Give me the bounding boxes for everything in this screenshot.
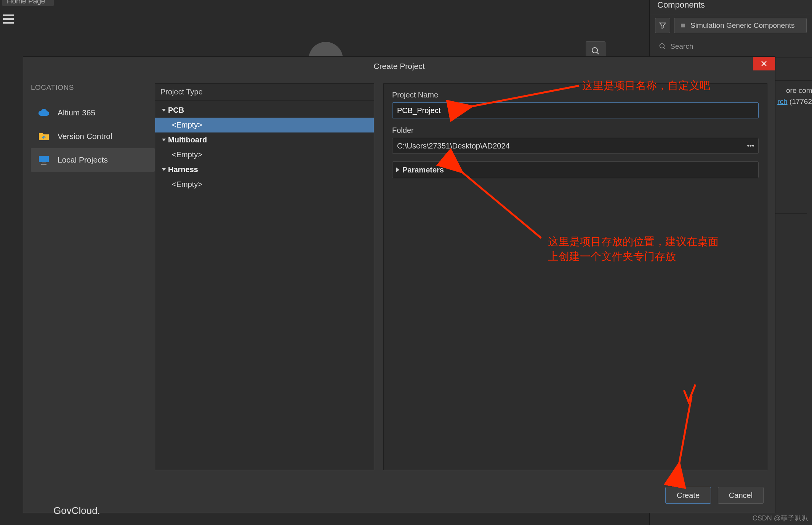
cancel-button[interactable]: Cancel (718, 487, 764, 504)
tree-group-pcb[interactable]: PCB (155, 103, 374, 118)
location-version-control[interactable]: Version Control (31, 124, 155, 148)
close-icon (761, 61, 767, 67)
cloud-icon (38, 108, 50, 118)
chip-icon (679, 22, 687, 29)
folder-input[interactable] (392, 142, 743, 150)
component-library-select[interactable]: Simulation Generic Components (674, 18, 807, 33)
folder-browse-button[interactable]: ••• (743, 142, 758, 150)
components-search-placeholder: Search (670, 42, 693, 51)
svg-rect-9 (41, 164, 46, 165)
cancel-button-label: Cancel (729, 491, 753, 500)
components-search-input[interactable]: Search (655, 39, 807, 54)
dialog-title: Create Project (373, 62, 424, 71)
hamburger-menu-icon[interactable] (1, 11, 16, 27)
project-name-input[interactable] (392, 102, 759, 118)
monitor-icon (38, 155, 50, 165)
location-label: Version Control (58, 132, 112, 141)
search-icon (659, 43, 666, 50)
svg-rect-7 (39, 156, 49, 162)
parameters-label: Parameters (402, 166, 444, 174)
location-label: Altium 365 (58, 108, 95, 117)
annotation-folder: 这里是项目存放的位置，建议在桌面 上创建一个文件夹专门存放 (548, 234, 719, 264)
close-button[interactable] (753, 57, 775, 70)
create-project-dialog: Create Project LOCATIONS Altium 365 Vers… (23, 56, 775, 513)
annotation-project-name: 这里是项目名称，自定义吧 (582, 78, 710, 93)
tree-group-multiboard[interactable]: Multiboard (155, 132, 374, 147)
tree-group-harness[interactable]: Harness (155, 162, 374, 177)
svg-rect-2 (681, 24, 685, 27)
tree-item-pcb-empty[interactable]: <Empty> (155, 118, 374, 132)
dialog-titlebar: Create Project (23, 57, 775, 76)
chevron-down-icon (162, 109, 166, 112)
components-panel-title: Components (650, 0, 812, 14)
create-button[interactable]: Create (665, 487, 711, 504)
create-button-label: Create (677, 491, 700, 500)
svg-line-1 (597, 52, 599, 54)
search-icon (591, 46, 600, 56)
location-label: Local Projects (58, 155, 108, 164)
location-altium-365[interactable]: Altium 365 (31, 101, 155, 124)
parameters-expander[interactable]: Parameters (392, 161, 759, 178)
project-type-header: Project Type (155, 84, 374, 101)
project-form: Project Name Folder ••• Parameters (383, 83, 767, 470)
project-type-column: Project Type PCB <Empty> Multiboard <Emp… (155, 83, 374, 470)
home-tab-label: Home Page (7, 0, 45, 5)
folder-up-icon (38, 131, 50, 141)
tree-group-label: Multiboard (168, 136, 207, 144)
chevron-down-icon (162, 139, 166, 141)
location-local-projects[interactable]: Local Projects (31, 148, 155, 172)
filter-button[interactable] (655, 18, 670, 33)
component-library-label: Simulation Generic Components (690, 21, 795, 30)
components-search-link[interactable]: rch (777, 97, 787, 105)
svg-line-4 (664, 48, 665, 49)
locations-column: LOCATIONS Altium 365 Version Control Loc… (23, 83, 155, 470)
watermark: CSDN @菲子叭叭 (753, 514, 808, 523)
home-tab[interactable]: Home Page (2, 0, 54, 6)
folder-label: Folder (392, 126, 759, 135)
svg-rect-8 (42, 163, 46, 163)
tree-group-label: PCB (168, 106, 184, 115)
svg-point-3 (660, 44, 665, 48)
chevron-down-icon (162, 168, 166, 171)
govcloud-text: GovCloud. (53, 505, 100, 517)
chevron-right-icon (396, 168, 399, 172)
locations-header: LOCATIONS (31, 83, 155, 92)
tree-item-harness-empty[interactable]: <Empty> (155, 177, 374, 192)
tree-group-label: Harness (168, 165, 198, 174)
svg-point-0 (592, 48, 597, 53)
filter-icon (659, 22, 666, 29)
tree-item-multiboard-empty[interactable]: <Empty> (155, 147, 374, 162)
